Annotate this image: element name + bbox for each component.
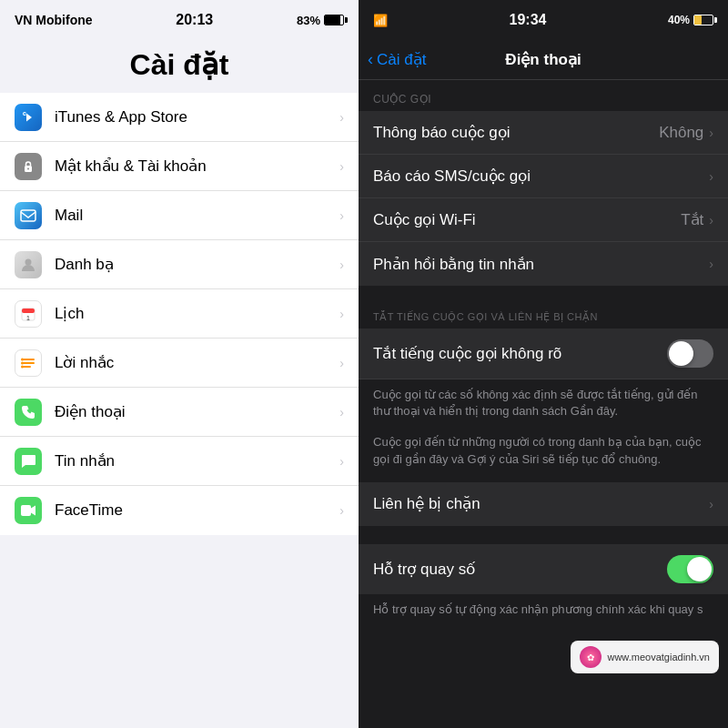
call-notify-label: Thông báo cuộc gọi [373, 123, 659, 142]
svg-rect-14 [21, 505, 31, 516]
silence-toggle-row: Tắt tiếng cuộc gọi không rõ [359, 329, 728, 379]
back-chevron-icon: ‹ [368, 50, 373, 69]
dialassist-toggle[interactable] [667, 555, 713, 583]
settings-item-itunes[interactable]: iTunes & App Store › [0, 93, 359, 142]
svg-rect-6 [22, 308, 35, 313]
svg-text:1: 1 [26, 315, 30, 321]
mail-label: Mail [55, 207, 339, 225]
reply-msg-label: Phản hồi bằng tin nhắn [373, 255, 709, 274]
svg-rect-9 [22, 362, 35, 364]
wifi-call-label: Cuộc gọi Wi-Fi [373, 210, 681, 229]
settings-item-phone[interactable]: Điện thoại › [0, 388, 359, 437]
mail-chevron: › [339, 208, 344, 223]
contacts-chevron: › [339, 258, 344, 272]
calendar-chevron: › [339, 307, 344, 321]
svg-point-11 [21, 358, 24, 360]
phone-icon [15, 399, 42, 426]
facetime-chevron: › [339, 503, 344, 518]
settings-item-contacts[interactable]: Danh bạ › [0, 240, 359, 289]
wifi-call-value: Tắt [681, 210, 703, 229]
settings-item-calendar[interactable]: 1 Lịch › [0, 289, 359, 339]
battery-percent-left: 83% [297, 14, 320, 27]
settings-item-messages[interactable]: Tin nhắn › [0, 437, 359, 486]
reminders-label: Lời nhắc [55, 353, 339, 372]
settings-list: iTunes & App Store › Mật khẩu & Tài khoả… [0, 93, 359, 728]
section-header-calls: CUỘC GỌI [359, 80, 728, 111]
svg-point-12 [21, 361, 24, 364]
wifi-icon-right: 📶 [373, 14, 388, 27]
silence-toggle-thumb [669, 341, 693, 366]
sms-report-label: Báo cáo SMS/cuộc gọi [373, 167, 709, 186]
calendar-icon: 1 [15, 300, 42, 328]
svg-rect-8 [22, 359, 35, 360]
battery-icon-left [324, 15, 344, 25]
section-gap-1 [359, 286, 728, 304]
nav-bar-right: ‹ Cài đặt Điện thoại [359, 40, 728, 80]
nav-title: Điện thoại [505, 50, 581, 69]
reply-msg-item[interactable]: Phản hồi bằng tin nhắn › [359, 242, 728, 286]
settings-item-reminders[interactable]: Lời nhắc › [0, 339, 359, 388]
status-bar-left: VN Mobifone 20:13 83% [0, 0, 359, 40]
block-contacts-label: Liên hệ bị chặn [373, 494, 709, 513]
password-icon [15, 153, 42, 180]
settings-item-facetime[interactable]: FaceTime › [0, 486, 359, 535]
phone-chevron: › [339, 405, 344, 420]
status-icons-right: 40% [668, 14, 713, 26]
silence-toggle[interactable] [667, 339, 713, 368]
status-icons-right-left: 📶 [373, 14, 388, 27]
battery-fill-left [325, 15, 340, 25]
battery-percent-right: 40% [668, 14, 690, 26]
mail-icon [15, 202, 42, 229]
dialassist-label: Hỗ trợ quay số [373, 560, 667, 579]
page-title-left: Cài đặt [0, 40, 359, 93]
facetime-label: FaceTime [55, 501, 339, 520]
call-notify-item[interactable]: Thông báo cuộc gọi Không › [359, 111, 728, 155]
silence-group: Tắt tiếng cuộc gọi không rõ [359, 329, 728, 379]
back-button[interactable]: ‹ Cài đặt [368, 50, 426, 69]
itunes-label: iTunes & App Store [55, 108, 339, 126]
time-right: 19:34 [510, 12, 547, 28]
dialassist-toggle-row: Hỗ trợ quay số [359, 544, 728, 594]
watermark: ✿ www.meovatgiadinh.vn [571, 641, 719, 673]
sms-report-item[interactable]: Báo cáo SMS/cuộc gọi › [359, 155, 728, 198]
time-left: 20:13 [176, 12, 213, 28]
password-chevron: › [339, 159, 344, 174]
settings-group-main: iTunes & App Store › Mật khẩu & Tài khoả… [0, 93, 359, 535]
svg-point-2 [27, 167, 29, 169]
contacts-label: Danh bạ [55, 255, 339, 274]
calls-group: Thông báo cuộc gọi Không › Báo cáo SMS/c… [359, 111, 728, 286]
call-notify-value: Không [659, 124, 703, 142]
status-icons-left: 83% [297, 14, 344, 27]
right-panel: 📶 19:34 40% ‹ Cài đặt Điện thoại CUỘC GỌ… [359, 0, 728, 728]
silence-description-2: Cuộc gọi đến từ những người có trong dan… [359, 427, 728, 481]
svg-rect-3 [21, 210, 35, 221]
settings-item-mail[interactable]: Mail › [0, 191, 359, 240]
sms-report-chevron: › [709, 169, 713, 184]
svg-point-4 [25, 258, 32, 265]
watermark-text: www.meovatgiadinh.vn [607, 652, 710, 662]
block-contacts-item[interactable]: Liên hệ bị chặn › [359, 482, 728, 526]
phone-label: Điện thoại [55, 402, 339, 421]
wifi-call-chevron: › [709, 213, 713, 228]
left-panel: VN Mobifone 20:13 83% Cài đặt iTunes & A… [0, 0, 359, 728]
messages-label: Tin nhắn [55, 451, 339, 470]
settings-item-password[interactable]: Mật khẩu & Tài khoản › [0, 142, 359, 191]
messages-chevron: › [339, 454, 344, 469]
block-contacts-chevron: › [709, 497, 713, 511]
battery-fill-right [694, 15, 702, 25]
status-bar-right: 📶 19:34 40% [359, 0, 728, 40]
reply-msg-chevron: › [709, 257, 713, 271]
back-label: Cài đặt [377, 50, 426, 69]
password-label: Mật khẩu & Tài khoản [55, 157, 339, 176]
svg-point-13 [21, 365, 24, 368]
call-notify-chevron: › [709, 126, 713, 140]
section-header-silence: TẮT TIẾNG CUỘC GỌI VÀ LIÊN HỆ BỊ CHẶN [359, 304, 728, 329]
watermark-logo: ✿ [580, 646, 602, 668]
itunes-chevron: › [339, 110, 344, 125]
wifi-call-item[interactable]: Cuộc gọi Wi-Fi Tắt › [359, 198, 728, 242]
facetime-icon [15, 497, 42, 524]
right-content: CUỘC GỌI Thông báo cuộc gọi Không › Báo … [359, 80, 728, 728]
calendar-label: Lịch [55, 304, 339, 323]
dialassist-toggle-thumb [687, 557, 712, 581]
messages-icon [15, 448, 42, 475]
